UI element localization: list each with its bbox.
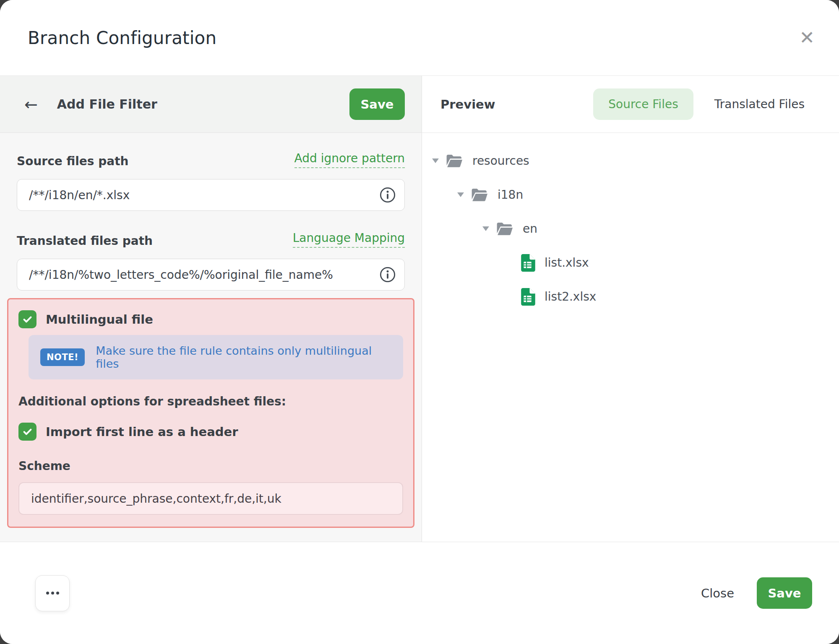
tree-row-folder-i18n[interactable]: i18n	[432, 178, 839, 212]
tree-row-folder-resources[interactable]: resources	[432, 144, 839, 178]
tree-row-file-list2-xlsx[interactable]: list2.xlsx	[432, 280, 839, 314]
note-badge: NOTE!	[40, 348, 85, 366]
file-filter-toolbar: ← Add File Filter Save	[0, 76, 422, 133]
more-options-button[interactable]	[35, 575, 70, 611]
multilingual-checkbox-row[interactable]: Multilingual file	[18, 310, 403, 328]
translated-path-label: Translated files path	[17, 234, 153, 248]
dialog-body: ← Add File Filter Save Source files path…	[0, 76, 839, 542]
collapse-arrow-icon[interactable]	[482, 226, 489, 231]
back-arrow-icon[interactable]: ←	[24, 96, 38, 112]
tree-label: list2.xlsx	[545, 290, 596, 304]
language-mapping-link[interactable]: Language Mapping	[293, 231, 405, 248]
ellipsis-icon	[51, 592, 54, 595]
collapse-arrow-icon[interactable]	[457, 192, 464, 197]
tree-label: resources	[472, 154, 529, 168]
preview-toolbar: Preview Source FilesTranslated Files	[422, 76, 839, 133]
tab-translated-files[interactable]: Translated Files	[713, 88, 806, 120]
multilingual-note: NOTE! Make sure the file rule contains o…	[29, 335, 403, 379]
filter-save-button[interactable]: Save	[349, 88, 405, 120]
preview-panel: Preview Source FilesTranslated Files res…	[422, 76, 839, 542]
source-path-field	[17, 179, 405, 211]
tree-label: en	[523, 222, 537, 236]
ellipsis-icon	[56, 592, 59, 595]
scheme-field	[18, 482, 403, 515]
dialog-title: Branch Configuration	[28, 28, 216, 48]
dialog-save-button[interactable]: Save	[757, 577, 812, 609]
source-path-input[interactable]	[17, 179, 404, 210]
tab-source-files[interactable]: Source Files	[593, 88, 693, 120]
spreadsheet-file-icon	[521, 288, 535, 306]
spreadsheet-file-icon	[521, 254, 535, 272]
info-icon[interactable]	[379, 266, 396, 283]
preview-title: Preview	[440, 97, 495, 112]
multilingual-options-highlight: Multilingual file NOTE! Make sure the fi…	[7, 298, 414, 528]
file-tree: resourcesi18nenlist.xlsxlist2.xlsx	[422, 133, 839, 314]
scheme-input[interactable]	[19, 483, 402, 514]
dialog-header: Branch Configuration ✕	[0, 0, 839, 76]
translated-path-input[interactable]	[17, 259, 404, 290]
multilingual-label: Multilingual file	[46, 312, 153, 327]
add-ignore-pattern-link[interactable]: Add ignore pattern	[294, 151, 405, 168]
file-filter-panel: ← Add File Filter Save Source files path…	[0, 76, 422, 542]
close-icon[interactable]: ✕	[799, 29, 815, 47]
import-header-checkbox-row[interactable]: Import first line as a header	[18, 423, 403, 441]
spreadsheet-options-heading: Additional options for spreadsheet files…	[18, 395, 403, 408]
source-path-label: Source files path	[17, 154, 129, 168]
note-text: Make sure the file rule contains only mu…	[96, 344, 391, 370]
tree-row-folder-en[interactable]: en	[432, 212, 839, 246]
info-icon[interactable]	[379, 187, 396, 203]
import-header-label: Import first line as a header	[46, 425, 238, 439]
close-button[interactable]: Close	[701, 586, 734, 600]
tree-row-file-list-xlsx[interactable]: list.xlsx	[432, 246, 839, 280]
import-header-checkbox-checked[interactable]	[18, 423, 36, 441]
folder-icon	[496, 222, 513, 236]
preview-tabs: Source FilesTranslated Files	[593, 88, 806, 120]
file-filter-form: Source files path Add ignore pattern Tra…	[0, 133, 422, 542]
folder-icon	[446, 154, 463, 168]
multilingual-checkbox-checked[interactable]	[18, 310, 36, 328]
collapse-arrow-icon[interactable]	[432, 158, 439, 163]
branch-configuration-dialog: Branch Configuration ✕ ← Add File Filter…	[0, 0, 839, 644]
scheme-label: Scheme	[18, 459, 403, 473]
translated-path-field	[17, 259, 405, 291]
tree-label: i18n	[498, 188, 523, 202]
tree-label: list.xlsx	[545, 256, 589, 270]
file-filter-title: Add File Filter	[57, 97, 157, 112]
folder-icon	[471, 188, 488, 202]
dialog-footer: Close Save	[0, 542, 839, 644]
ellipsis-icon	[46, 592, 49, 595]
